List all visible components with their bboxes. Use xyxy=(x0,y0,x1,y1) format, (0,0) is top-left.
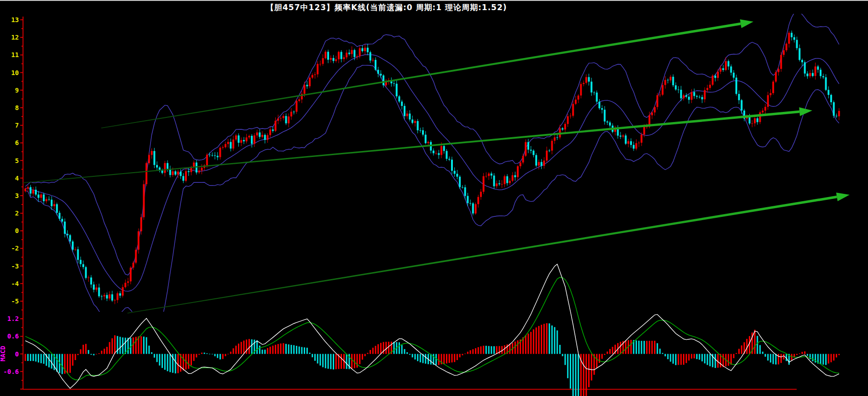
macd-histogram-bar xyxy=(383,342,384,354)
candle-body xyxy=(749,116,751,123)
candle-body xyxy=(680,90,682,99)
macd-histogram-bar xyxy=(446,354,447,364)
macd-histogram-bar xyxy=(30,354,31,361)
macd-histogram-bar xyxy=(609,349,611,354)
candle-body xyxy=(104,295,105,297)
candle-body xyxy=(382,76,384,86)
macd-histogram-bar xyxy=(193,354,195,361)
macd-histogram-bar xyxy=(667,354,669,360)
macd-histogram-bar xyxy=(120,337,121,354)
macd-histogram-bar xyxy=(88,350,89,354)
candle-body xyxy=(201,168,203,170)
macd-histogram-bar xyxy=(243,341,244,354)
macd-histogram-bar xyxy=(72,354,74,366)
candle-body xyxy=(609,122,611,126)
macd-histogram-bar xyxy=(138,337,139,354)
macd-histogram-bar xyxy=(372,348,374,354)
macd-histogram-bar xyxy=(715,354,716,368)
macd-histogram-bar xyxy=(77,354,79,355)
macd-histogram-bar xyxy=(333,354,334,370)
macd-histogram-bar xyxy=(672,354,674,364)
candle-body xyxy=(799,48,800,60)
macd-histogram-bar xyxy=(256,340,258,354)
candle-body xyxy=(295,101,297,112)
candle-body xyxy=(75,249,76,250)
macd-histogram-bar xyxy=(183,354,184,371)
candle-body xyxy=(483,176,485,192)
macd-histogram-bar xyxy=(646,341,648,354)
candle-body xyxy=(498,183,500,184)
candle-body xyxy=(778,69,780,72)
macd-histogram-bar xyxy=(51,354,52,369)
macd-histogram-bar xyxy=(536,327,537,354)
macd-histogram-bar xyxy=(406,352,408,354)
candle-body xyxy=(61,219,63,221)
macd-histogram-bar xyxy=(515,342,516,354)
candle-body xyxy=(590,82,592,93)
candle-body xyxy=(651,112,653,115)
candle-body xyxy=(290,112,292,116)
candle-body xyxy=(638,143,640,143)
candle-body xyxy=(293,112,295,112)
macd-histogram-bar xyxy=(728,354,729,366)
candle-body xyxy=(180,172,182,176)
price-axis-label: -2 xyxy=(11,245,19,252)
candle-body xyxy=(106,295,108,299)
candle-body xyxy=(688,97,690,100)
candle-body xyxy=(58,213,60,219)
candle-body xyxy=(733,73,735,78)
macd-histogram-bar xyxy=(493,346,495,354)
candle-body xyxy=(90,278,92,285)
price-axis-label: 4 xyxy=(15,175,19,182)
candle-body xyxy=(35,190,37,195)
macd-histogram xyxy=(25,323,840,396)
candle-body xyxy=(414,121,416,123)
candle-body xyxy=(114,300,116,301)
price-axis-label: 5 xyxy=(15,157,19,164)
candle-body xyxy=(709,85,711,88)
macd-histogram-bar xyxy=(167,354,168,372)
macd-histogram-bar xyxy=(404,349,405,354)
candle-body xyxy=(198,170,200,172)
macd-histogram-bar xyxy=(82,345,84,354)
macd-histogram-bar xyxy=(778,354,779,365)
macd-histogram-bar xyxy=(140,336,142,354)
candle-body xyxy=(256,133,258,136)
macd-histogram-bar xyxy=(246,339,247,354)
candle-body xyxy=(561,128,563,130)
macd-histogram-bar xyxy=(828,354,829,364)
macd-histogram-bar xyxy=(662,353,663,354)
macd-histogram-bar xyxy=(723,354,724,367)
macd-histogram-bar xyxy=(530,332,532,354)
candle-body xyxy=(549,151,550,151)
kline-chart-canvas[interactable]: 13121110987654320-2-3-4-51.20.60-0.6MACD xyxy=(0,0,868,396)
macd-histogram-bar xyxy=(486,346,487,354)
macd-histogram-bar xyxy=(307,348,308,354)
macd-histogram-bar xyxy=(365,354,366,356)
macd-histogram-bar xyxy=(188,354,189,369)
candle-body xyxy=(235,135,237,140)
macd-histogram-bar xyxy=(288,344,289,354)
candle-body xyxy=(772,82,774,93)
macd-histogram-bar xyxy=(457,354,458,360)
macd-histogram-bar xyxy=(773,354,774,364)
candle-body xyxy=(306,85,308,86)
candle-body xyxy=(319,64,321,64)
candle-body xyxy=(722,68,724,70)
candle-body xyxy=(607,122,608,122)
candle-body xyxy=(654,107,656,113)
candle-body xyxy=(162,170,163,173)
candle-body xyxy=(593,93,595,93)
macd-histogram-bar xyxy=(357,354,358,368)
macd-axis-label-value: -0.6 xyxy=(3,368,19,375)
macd-histogram-bar xyxy=(551,326,553,354)
macd-histogram-bar xyxy=(556,331,558,354)
macd-histogram-bar xyxy=(467,352,469,354)
candle-body xyxy=(636,143,637,149)
macd-histogram-bar xyxy=(443,354,445,364)
macd-histogram-bar xyxy=(151,352,152,354)
macd-histogram-bar xyxy=(38,354,39,363)
trend-arrow-head xyxy=(799,107,812,116)
candle-body xyxy=(288,116,289,123)
macd-histogram-bar xyxy=(280,344,282,354)
